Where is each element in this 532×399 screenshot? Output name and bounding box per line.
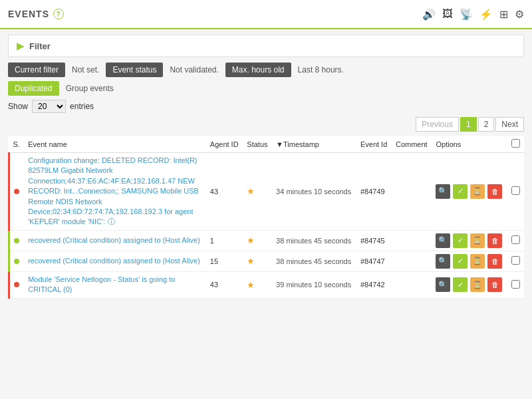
top-bar: EVENTS ? 🔊 🖼 📡 ⚡ ⊞ ⚙	[0, 0, 532, 29]
page-title-area: EVENTS ?	[8, 9, 64, 19]
event-name-text[interactable]: recovered (Critical condition) assigned …	[28, 257, 200, 265]
next-button[interactable]: Next	[495, 117, 524, 132]
star-icon: ★	[247, 235, 255, 245]
col-agent-id: Agent ID	[206, 136, 243, 153]
filter-label: Filter	[29, 41, 51, 51]
event-name-cell: Module 'Service Netlogon - Status' is go…	[24, 271, 206, 298]
flash-icon[interactable]: ⚡	[479, 8, 493, 21]
comment-cell	[392, 251, 432, 271]
help-icon[interactable]: ?	[53, 9, 64, 19]
filter-arrow-icon: ▶	[17, 41, 24, 51]
show-entries-area: Show 20 10 50 100 entries	[8, 100, 524, 113]
timestamp-cell: 34 minutes 10 seconds	[272, 153, 356, 231]
duplicated-button[interactable]: Duplicated	[8, 81, 59, 96]
status-cell: ★	[243, 271, 272, 298]
delete-button[interactable]: 🗑	[487, 233, 502, 248]
pagination: Previous 1 2 Next	[8, 117, 524, 132]
actions-cell: 🔍✓⏳🗑	[432, 271, 507, 298]
comment-cell	[392, 271, 432, 298]
gear-icon[interactable]: ⚙	[515, 8, 524, 21]
delay-button[interactable]: ⏳	[470, 233, 485, 248]
grid-icon[interactable]: ⊞	[499, 8, 508, 21]
actions-cell: 🔍✓⏳🗑	[432, 230, 507, 251]
col-event-id: Event Id	[356, 136, 392, 153]
table-row: Configuration change: DELETED RECORD: In…	[9, 153, 525, 231]
col-s: S.	[9, 136, 25, 153]
row-checkbox[interactable]	[511, 280, 520, 289]
page-2-button[interactable]: 2	[478, 117, 495, 132]
row-checkbox[interactable]	[511, 186, 520, 195]
delay-button[interactable]: ⏳	[470, 184, 485, 199]
event-name-cell: recovered (Critical condition) assigned …	[24, 251, 206, 271]
star-icon: ★	[247, 256, 255, 266]
filter-buttons-row1: Current filter Not set. Event status Not…	[8, 63, 524, 77]
delete-button[interactable]: 🗑	[487, 254, 502, 269]
severity-indicator	[9, 251, 25, 271]
actions-cell: 🔍✓⏳🗑	[432, 251, 507, 271]
star-icon: ★	[247, 186, 255, 196]
row-checkbox-cell	[507, 271, 524, 298]
col-event-name: Event name	[24, 136, 206, 153]
current-filter-button[interactable]: Current filter	[8, 63, 65, 77]
filter-buttons-row2: Duplicated Group events	[8, 81, 524, 96]
status-cell: ★	[243, 153, 272, 231]
page-title: EVENTS	[8, 9, 49, 19]
table-row: recovered (Critical condition) assigned …	[9, 230, 525, 251]
delete-button[interactable]: 🗑	[487, 277, 502, 292]
select-all-checkbox[interactable]	[511, 139, 520, 148]
entries-label: entries	[70, 102, 94, 111]
actions-cell: 🔍✓⏳🗑	[432, 153, 507, 231]
status-cell: ★	[243, 230, 272, 251]
timestamp-cell: 39 minutes 10 seconds	[272, 271, 356, 298]
event-name-text[interactable]: Configuration change: DELETED RECORD: In…	[28, 156, 199, 225]
event-status-value: Not validated.	[166, 63, 222, 77]
info-icon[interactable]: ⓘ	[108, 217, 115, 225]
agent-id-cell: 43	[206, 271, 243, 298]
filter-section: ▶ Filter	[8, 35, 524, 57]
max-hours-value: Last 8 hours.	[294, 63, 348, 77]
validate-button[interactable]: ✓	[453, 233, 467, 248]
validate-button[interactable]: ✓	[453, 184, 467, 199]
row-checkbox-cell	[507, 251, 524, 271]
sound-icon[interactable]: 🔊	[422, 8, 436, 21]
severity-indicator	[9, 153, 25, 231]
event-name-cell: Configuration change: DELETED RECORD: In…	[24, 153, 206, 231]
agent-id-cell: 1	[206, 230, 243, 251]
delay-button[interactable]: ⏳	[470, 254, 485, 269]
event-name-text[interactable]: Module 'Service Netlogon - Status' is go…	[28, 275, 175, 293]
validate-button[interactable]: ✓	[453, 277, 467, 292]
agent-id-cell: 43	[206, 153, 243, 231]
timestamp-cell: 38 minutes 45 seconds	[272, 251, 356, 271]
delay-button[interactable]: ⏳	[470, 277, 485, 292]
top-bar-icons: 🔊 🖼 📡 ⚡ ⊞ ⚙	[422, 8, 524, 21]
max-hours-button[interactable]: Max. hours old	[225, 63, 291, 77]
view-button[interactable]: 🔍	[436, 233, 450, 248]
view-button[interactable]: 🔍	[436, 277, 450, 292]
row-checkbox[interactable]	[511, 256, 520, 265]
col-status: Status	[243, 136, 272, 153]
event-id-cell: #84749	[356, 153, 392, 231]
entries-select[interactable]: 20 10 50 100	[32, 100, 66, 113]
agent-id-cell: 15	[206, 251, 243, 271]
event-status-button[interactable]: Event status	[106, 63, 163, 77]
col-options: Options	[432, 136, 507, 153]
validate-button[interactable]: ✓	[453, 254, 467, 269]
main-content: ▶ Filter Current filter Not set. Event s…	[0, 29, 532, 304]
image-icon[interactable]: 🖼	[442, 8, 453, 20]
delete-button[interactable]: 🗑	[487, 184, 502, 199]
col-timestamp: ▼Timestamp	[272, 136, 356, 153]
group-events-label: Group events	[62, 81, 118, 96]
view-button[interactable]: 🔍	[436, 254, 450, 269]
event-name-text[interactable]: recovered (Critical condition) assigned …	[28, 236, 200, 244]
comment-cell	[392, 230, 432, 251]
star-icon: ★	[247, 280, 255, 290]
page-1-button[interactable]: 1	[460, 117, 477, 132]
prev-button[interactable]: Previous	[416, 117, 459, 132]
current-filter-value: Not set.	[68, 63, 103, 77]
event-name-cell: recovered (Critical condition) assigned …	[24, 230, 206, 251]
events-table: S. Event name Agent ID Status ▼Timestamp…	[8, 136, 524, 299]
feed-icon[interactable]: 📡	[460, 8, 473, 21]
view-button[interactable]: 🔍	[436, 184, 450, 199]
row-checkbox-cell	[507, 153, 524, 231]
row-checkbox[interactable]	[511, 235, 520, 244]
